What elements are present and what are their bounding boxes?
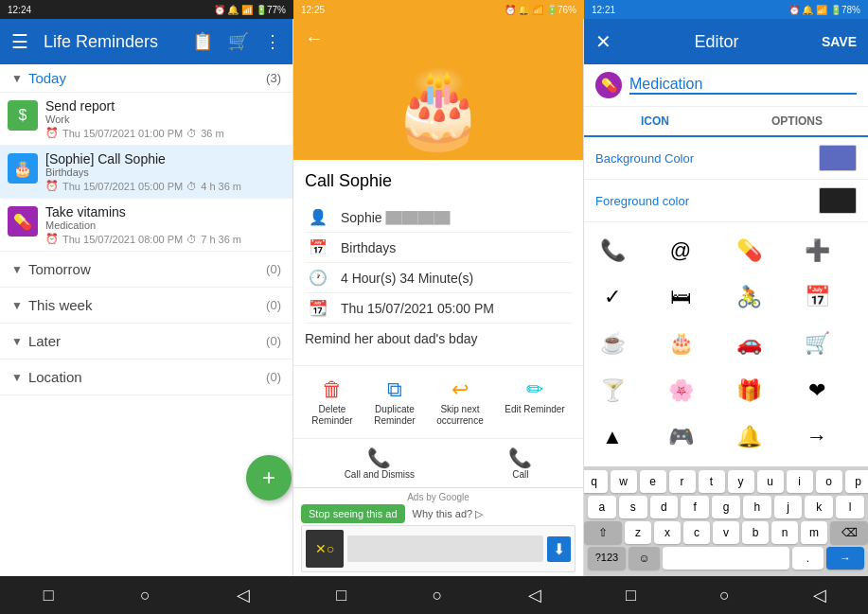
key-i[interactable]: i xyxy=(787,470,813,493)
right-header: ✕ Editor SAVE xyxy=(584,19,868,64)
call-sophie-icon: 🎂 xyxy=(8,153,38,184)
icon-bike[interactable]: 🚴 xyxy=(728,276,770,318)
reminder-send-report[interactable]: $ Send report Work ⏰ Thu 15/07/2021 01:0… xyxy=(0,93,292,146)
call-btn[interactable]: 📞 Call xyxy=(493,443,547,483)
icon-cake[interactable]: 🎂 xyxy=(660,323,701,364)
key-e[interactable]: e xyxy=(640,470,666,493)
num-key[interactable]: ?123 xyxy=(588,547,626,570)
delete-key[interactable]: ⌫ xyxy=(830,521,868,544)
key-o[interactable]: o xyxy=(816,470,842,493)
tomorrow-section[interactable]: ▼ Tomorrow (0) xyxy=(0,252,292,288)
key-m[interactable]: m xyxy=(801,521,827,544)
enter-key[interactable]: → xyxy=(826,547,864,570)
foreground-color-swatch[interactable] xyxy=(819,187,857,214)
key-d[interactable]: d xyxy=(650,496,679,518)
space-key[interactable] xyxy=(663,547,788,570)
nav-bars: □ ○ ◁ □ ○ ◁ □ ○ ◁ xyxy=(0,576,868,614)
mid-nav-back[interactable]: ◁ xyxy=(517,581,553,609)
menu-icon[interactable]: ☰ xyxy=(11,30,28,53)
close-icon[interactable]: ✕ xyxy=(595,30,611,53)
key-x[interactable]: x xyxy=(654,521,681,544)
icon-bed[interactable]: 🛏 xyxy=(660,276,701,318)
key-v[interactable]: v xyxy=(713,521,739,544)
key-k[interactable]: k xyxy=(805,496,833,518)
icon-flower[interactable]: 🌸 xyxy=(660,370,701,412)
shop-icon[interactable]: 🛒 xyxy=(228,31,249,52)
key-l[interactable]: l xyxy=(836,496,864,518)
mid-nav-circle[interactable]: ○ xyxy=(420,582,453,609)
icon-plus[interactable]: ➕ xyxy=(796,230,838,272)
add-icon[interactable]: 📋 xyxy=(192,31,213,52)
save-button[interactable]: SAVE xyxy=(822,34,857,49)
key-w[interactable]: w xyxy=(611,470,637,493)
left-nav-circle[interactable]: ○ xyxy=(129,582,162,609)
edit-label: Edit Reminder xyxy=(505,404,564,415)
key-y[interactable]: y xyxy=(728,470,754,493)
duplicate-reminder-btn[interactable]: ⧉ DuplicateReminder xyxy=(366,374,422,430)
key-p[interactable]: p xyxy=(845,470,869,493)
background-color-swatch[interactable] xyxy=(819,145,857,171)
icon-at[interactable]: @ xyxy=(660,230,701,272)
key-z[interactable]: z xyxy=(625,521,651,544)
today-section-header[interactable]: ▼ Today (3) xyxy=(0,64,292,93)
icon-check[interactable]: ✓ xyxy=(592,276,633,318)
fab-button[interactable]: + xyxy=(246,455,292,500)
left-nav-back[interactable]: ◁ xyxy=(225,581,261,609)
ads-download-btn[interactable]: ⬇ xyxy=(547,536,571,562)
icon-pill[interactable]: 💊 xyxy=(728,230,770,272)
reminder-take-vitamins[interactable]: 💊 Take vitamins Medication ⏰ Thu 15/07/2… xyxy=(0,199,292,252)
icon-heart[interactable]: ❤ xyxy=(796,370,838,412)
key-c[interactable]: c xyxy=(683,521,710,544)
icon-arrow[interactable]: → xyxy=(796,416,838,458)
icon-gamepad[interactable]: 🎮 xyxy=(660,416,701,458)
call-label: Call xyxy=(512,469,528,480)
icon-calendar[interactable]: 📅 xyxy=(796,276,838,318)
stop-seeing-btn[interactable]: Stop seeing this ad xyxy=(301,504,405,523)
date-row: 📆 Thu 15/07/2021 05:00 PM xyxy=(305,293,572,324)
detail-title: Call Sophie xyxy=(305,171,572,191)
key-f[interactable]: f xyxy=(681,496,709,518)
left-status-icons: ⏰ 🔔 📶 🔋77% xyxy=(214,5,286,15)
key-n[interactable]: n xyxy=(771,521,798,544)
tab-options[interactable]: OPTIONS xyxy=(726,107,868,135)
tab-icon[interactable]: ICON xyxy=(584,107,726,137)
icon-coffee[interactable]: ☕ xyxy=(592,323,633,364)
back-icon[interactable]: ← xyxy=(305,27,324,49)
skip-occurrence-btn[interactable]: ↩ Skip nextoccurrence xyxy=(429,374,490,430)
key-g[interactable]: g xyxy=(712,496,740,518)
location-section[interactable]: ▼ Location (0) xyxy=(0,360,292,395)
this-week-section[interactable]: ▼ This week (0) xyxy=(0,288,292,324)
reminder-name-input[interactable] xyxy=(629,76,857,95)
key-h[interactable]: h xyxy=(743,496,771,518)
key-r[interactable]: r xyxy=(669,470,696,493)
later-section[interactable]: ▼ Later (0) xyxy=(0,324,292,360)
key-s[interactable]: s xyxy=(619,496,647,518)
icon-phone[interactable]: 📞 xyxy=(592,230,633,272)
key-u[interactable]: u xyxy=(757,470,784,493)
delete-reminder-btn[interactable]: 🗑 DeleteReminder xyxy=(304,374,360,430)
icon-cart[interactable]: 🛒 xyxy=(796,323,838,364)
key-q[interactable]: q xyxy=(584,470,608,493)
icon-car[interactable]: 🚗 xyxy=(728,323,770,364)
right-nav-circle[interactable]: ○ xyxy=(708,582,741,609)
key-j[interactable]: j xyxy=(774,496,803,518)
icon-gift[interactable]: 🎁 xyxy=(728,370,770,412)
mid-nav-square[interactable]: □ xyxy=(325,582,358,609)
icon-cocktail[interactable]: 🍸 xyxy=(592,370,633,412)
key-a[interactable]: a xyxy=(588,496,616,518)
icon-up[interactable]: ▲ xyxy=(592,416,633,458)
edit-reminder-btn[interactable]: ✏ Edit Reminder xyxy=(497,374,572,430)
emoji-key[interactable]: ☺ xyxy=(629,547,660,570)
left-nav-square[interactable]: □ xyxy=(32,582,65,609)
more-icon[interactable]: ⋮ xyxy=(264,31,281,52)
shift-key[interactable]: ⇧ xyxy=(584,521,622,544)
reminder-call-sophie[interactable]: 🎂 [Sophie] Call Sophie Birthdays ⏰ Thu 1… xyxy=(0,146,292,199)
right-nav-back[interactable]: ◁ xyxy=(802,581,838,609)
key-b[interactable]: b xyxy=(742,521,769,544)
icon-bell[interactable]: 🔔 xyxy=(728,416,770,458)
why-this-ad[interactable]: Why this ad? ▷ xyxy=(413,508,484,520)
key-t[interactable]: t xyxy=(699,470,725,493)
period-key[interactable]: . xyxy=(792,547,824,570)
right-nav-square[interactable]: □ xyxy=(614,582,647,609)
call-dismiss-btn[interactable]: 📞 Call and Dismiss xyxy=(329,443,430,483)
